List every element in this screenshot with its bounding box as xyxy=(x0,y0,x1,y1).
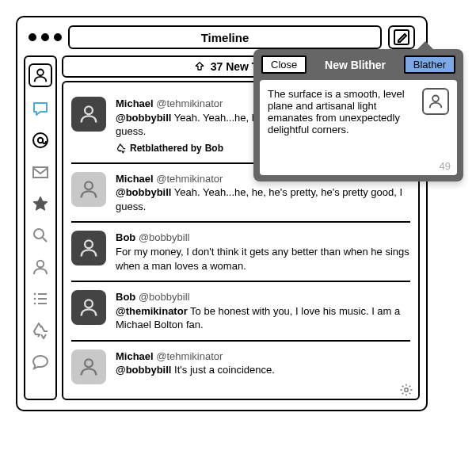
blather-button[interactable]: Blather xyxy=(404,55,455,74)
compose-popover: Close New Blither Blather The surface is… xyxy=(253,49,463,181)
tweet-text: For my money, I don't think it gets any … xyxy=(116,246,409,272)
user-avatar-icon xyxy=(422,88,449,115)
recycle-icon[interactable] xyxy=(30,320,51,341)
avatar[interactable] xyxy=(71,172,106,207)
sidebar xyxy=(24,55,57,400)
search-icon[interactable] xyxy=(30,225,51,246)
author-name: Bob xyxy=(116,231,135,243)
avatar[interactable] xyxy=(71,290,106,325)
author-handle: @tehmikinator xyxy=(156,350,223,362)
messages-icon[interactable] xyxy=(30,98,51,119)
author-handle: @bobbybill xyxy=(139,231,190,243)
reply-to: @bobbybill xyxy=(116,364,171,376)
title-text: Timeline xyxy=(201,31,249,44)
tweet-row[interactable]: Bob @bobbybill For my money, I don't thi… xyxy=(71,223,410,282)
mail-icon[interactable] xyxy=(30,162,51,182)
reply-to: @bobbybill xyxy=(116,186,171,198)
compose-text[interactable]: The surface is a smooth, level plane and… xyxy=(268,88,416,167)
retblathered-by: Bob xyxy=(205,142,223,155)
author-handle: @tehmikinator xyxy=(156,97,223,109)
chat-icon[interactable] xyxy=(30,352,51,372)
profile-icon[interactable] xyxy=(29,63,52,87)
window-dot-icon[interactable] xyxy=(54,33,62,41)
tweet-body: Bob @bobbybill For my money, I don't thi… xyxy=(116,231,410,273)
popover-header: Close New Blither Blather xyxy=(253,49,463,80)
author-name: Michael xyxy=(116,350,154,362)
popover-body: The surface is a smooth, level plane and… xyxy=(260,80,457,175)
tweet-body: Bob @bobbybill @themikinator To be hones… xyxy=(116,290,410,332)
author-handle: @tehmikinator xyxy=(156,173,223,185)
avatar[interactable] xyxy=(71,231,106,265)
window-dot-icon[interactable] xyxy=(41,33,49,41)
avatar[interactable] xyxy=(71,97,106,132)
mentions-icon[interactable] xyxy=(30,130,51,151)
popover-title: New Blither xyxy=(314,59,396,71)
reply-to: @bobbybill xyxy=(116,112,171,124)
gear-icon[interactable] xyxy=(399,383,413,397)
tweet-row[interactable]: Bob @bobbybill @themikinator To be hones… xyxy=(71,282,410,342)
user-icon[interactable] xyxy=(30,257,51,277)
window-controls[interactable] xyxy=(29,33,62,41)
author-name: Bob xyxy=(116,291,135,303)
tweet-row[interactable]: Michael @tehmikinator @bobbybill It's ju… xyxy=(71,342,410,392)
author-handle: @bobbybill xyxy=(139,291,190,303)
author-name: Michael xyxy=(116,173,154,185)
compose-button[interactable] xyxy=(388,25,415,49)
recycle-icon xyxy=(116,143,127,154)
tweet-text: It's just a coincidence. xyxy=(174,364,275,376)
close-button[interactable]: Close xyxy=(261,55,307,74)
author-name: Michael xyxy=(116,97,154,109)
avatar[interactable] xyxy=(71,350,106,384)
window-dot-icon[interactable] xyxy=(29,33,36,41)
favorites-icon[interactable] xyxy=(30,193,51,214)
page-title: Timeline xyxy=(68,25,382,49)
list-icon[interactable] xyxy=(30,288,51,309)
up-arrow-icon xyxy=(193,60,206,73)
compose-icon xyxy=(391,27,412,48)
char-count: 49 xyxy=(440,160,451,172)
reply-to: @themikinator xyxy=(116,305,188,317)
tweet-body: Michael @tehmikinator @bobbybill It's ju… xyxy=(116,350,275,384)
